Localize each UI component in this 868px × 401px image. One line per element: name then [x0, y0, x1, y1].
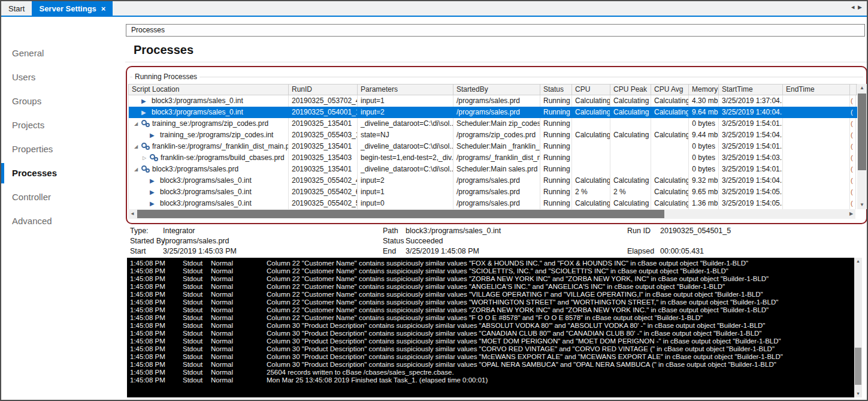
cell-overflow: ( — [850, 95, 856, 107]
cell-started-by: Scheduler:Main _franklin_dis... — [453, 141, 540, 152]
process-row[interactable]: ◢franklin-se:/programs/_franklin_dist_ma… — [129, 141, 865, 152]
column-header-script-location[interactable]: Script Location — [129, 85, 289, 95]
log-stream: Stdout — [183, 345, 211, 353]
cell-params: input=0 — [358, 198, 453, 209]
sidebar-item-projects[interactable]: Projects — [1, 113, 125, 137]
log-stream: Stdout — [183, 306, 211, 314]
cell-status: Running — [540, 198, 572, 209]
sidebar-item-advanced[interactable]: Advanced — [1, 209, 125, 233]
sidebar-item-processes[interactable]: Processes — [1, 161, 125, 185]
script-location-text: block3:/programs/sales_0.int — [160, 186, 252, 198]
tree-expanded-icon[interactable]: ◢ — [134, 141, 141, 152]
sidebar-item-groups[interactable]: Groups — [1, 89, 125, 113]
log-row: 1:45:08 PMStdoutNormalColumn 30 "Product… — [127, 353, 862, 361]
tab-scroll-left-icon[interactable]: ◄ — [850, 4, 858, 10]
process-row[interactable]: ◢training_se:/programs/zip_codes.prd2019… — [129, 118, 865, 129]
column-header-status[interactable]: Status — [540, 85, 572, 95]
log-level: Normal — [211, 361, 267, 369]
cell-script-location: ▶block3:/programs/sales_0.int — [129, 175, 289, 186]
script-location-text: franklin-se:/programs/_franklin_dist_mai… — [152, 141, 289, 152]
tab-server-settings[interactable]: Server Settings× — [32, 1, 113, 17]
column-header-overflow — [850, 85, 857, 95]
cell-start-time: 3/25/2019 1:54:01... — [719, 164, 783, 175]
log-stream: Stdout — [183, 353, 211, 361]
detail-label: End — [383, 247, 396, 255]
tab-close-icon[interactable]: × — [101, 4, 106, 13]
log-row: 1:45:08 PMStdoutNormalColumn 30 "Product… — [127, 345, 862, 353]
sidebar-item-controller[interactable]: Controller — [1, 185, 125, 209]
scroll-right-icon[interactable]: ▶ — [847, 209, 855, 219]
process-row[interactable]: ▷franklin-se:/programs/build_cbases.prd2… — [129, 152, 865, 164]
scroll-down-icon[interactable]: ▼ — [857, 201, 867, 209]
process-row[interactable]: ▶block3:/programs/sales_0.int20190325_05… — [129, 186, 865, 198]
detail-label: Type: — [130, 227, 149, 235]
log-level: Normal — [211, 337, 267, 345]
log-message: Column 30 "Product Description" contains… — [267, 353, 862, 361]
cell-end-time — [783, 141, 850, 152]
process-row[interactable]: ▶training_se:/programs/zip_codes.int2019… — [129, 129, 865, 141]
cell-status: Running — [540, 129, 572, 141]
column-header-cpu-peak[interactable]: CPU Peak — [610, 85, 651, 95]
process-row[interactable]: ▶block3:/programs/sales_0.int20190325_05… — [129, 107, 865, 118]
console-scrollbar[interactable]: ▲ ▼ — [854, 258, 862, 397]
log-time: 1:45:08 PM — [127, 361, 183, 369]
table-vertical-scrollbar[interactable]: ▲ ▼ — [857, 84, 867, 209]
production-script-icon — [141, 120, 150, 128]
table-horizontal-scrollbar[interactable]: ◄ ▶ — [128, 209, 855, 219]
column-header-runid[interactable]: RunID — [289, 85, 358, 95]
sidebar-item-users[interactable]: Users — [1, 65, 125, 89]
tree-expanded-icon[interactable]: ◢ — [134, 118, 141, 129]
process-table-header: Script LocationRunIDParametersStartedByS… — [128, 84, 865, 95]
tree-expanded-icon[interactable]: ◢ — [134, 164, 141, 175]
cell-runid: 20190325_055402_5 — [289, 198, 358, 209]
process-row[interactable]: ▶block3:/programs/sales_0.int20190325_05… — [129, 198, 865, 209]
column-header-parameters[interactable]: Parameters — [358, 85, 453, 95]
sidebar-item-properties[interactable]: Properties — [1, 137, 125, 161]
sidebar-item-general[interactable]: General — [1, 41, 125, 65]
cell-started-by: Scheduler:Main zip_codes.p... — [453, 118, 540, 129]
cell-started-by: /programs/_franklin_dist_mai... — [453, 152, 540, 164]
log-stream: Stdout — [183, 322, 211, 330]
column-header-starttime[interactable]: StartTime — [719, 85, 783, 95]
log-message: Column 30 "Product Description" contains… — [267, 322, 862, 330]
process-row[interactable]: ◢block3:/programs/sales.prd20190325_1354… — [129, 164, 865, 175]
cell-params: begin-test=1,end-test=2,_div... — [358, 152, 453, 164]
scroll-up-icon[interactable]: ▲ — [857, 84, 867, 92]
cell-status: Running — [540, 95, 572, 107]
column-header-endtime[interactable]: EndTime — [783, 85, 850, 95]
detail-label: Status — [383, 237, 404, 245]
sidebar-item-label: Users — [12, 72, 35, 82]
process-row[interactable]: ▶block3:/programs/sales_0.int20190325_05… — [129, 95, 865, 107]
log-time: 1:45:08 PM — [127, 353, 183, 361]
cell-cpu: Calculating — [572, 198, 610, 209]
column-header-startedby[interactable]: StartedBy — [453, 85, 540, 95]
tree-collapsed-icon[interactable]: ▷ — [143, 152, 150, 164]
process-row[interactable]: ▶block3:/programs/sales_0.int20190325_05… — [129, 175, 865, 186]
detail-label: Elapsed — [627, 247, 654, 255]
log-time: 1:45:08 PM — [127, 330, 183, 337]
cell-cpu-peak — [610, 164, 651, 175]
horizontal-scroll-thumb[interactable] — [137, 210, 664, 218]
cell-memory: 9.65 mb — [689, 186, 719, 198]
column-header-cpu-avg[interactable]: CPU Avg — [651, 85, 689, 95]
tab-start[interactable]: Start — [1, 1, 32, 17]
sidebar-item-label: Controller — [12, 192, 51, 202]
vertical-scroll-thumb[interactable] — [858, 94, 866, 170]
console-scroll-up-icon[interactable]: ▲ — [854, 258, 862, 265]
cell-memory: 4.30 mb — [689, 95, 719, 107]
console-scroll-down-icon[interactable]: ▼ — [854, 390, 862, 397]
tab-scroll-right-icon[interactable]: ▶ — [858, 4, 864, 10]
cell-cpu: Calculating — [572, 107, 610, 118]
log-time: 1:45:08 PM — [127, 275, 183, 283]
section-filter-field[interactable]: Processes — [126, 24, 865, 37]
column-header-cpu[interactable]: CPU — [572, 85, 610, 95]
gear-icon — [154, 157, 158, 161]
console-scroll-thumb[interactable] — [855, 348, 861, 385]
column-header-memory[interactable]: Memory — [689, 85, 719, 95]
cell-params: _diveline_dataroot=C:\di\sol... — [358, 164, 453, 175]
tab-label: Server Settings — [39, 4, 96, 13]
scroll-left-icon[interactable]: ◄ — [128, 209, 137, 219]
detail-label: Path — [383, 227, 398, 235]
detail-value: 20190325_054501_5 — [660, 227, 731, 235]
cell-cpu: Calculating — [572, 175, 610, 186]
